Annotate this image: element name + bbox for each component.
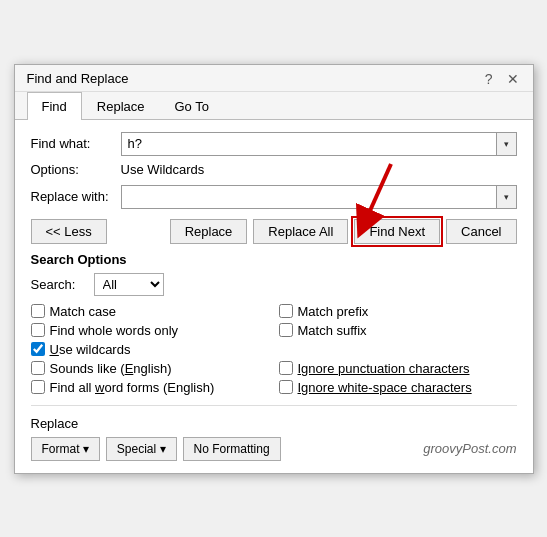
title-bar-controls: ? ✕ [481, 71, 523, 87]
format-button[interactable]: Format ▾ [31, 437, 100, 461]
find-whole-words-item: Find whole words only [31, 323, 269, 338]
less-button[interactable]: << Less [31, 219, 107, 244]
dialog-title: Find and Replace [27, 71, 129, 86]
match-suffix-checkbox[interactable] [279, 323, 293, 337]
tab-replace[interactable]: Replace [82, 92, 160, 120]
use-wildcards-item: Use wildcards [31, 342, 269, 357]
match-case-label: Match case [50, 304, 116, 319]
special-button[interactable]: Special ▾ [106, 437, 177, 461]
help-button[interactable]: ? [481, 71, 497, 87]
ignore-punctuation-item: Ignore punctuation characters [279, 361, 517, 376]
cancel-button[interactable]: Cancel [446, 219, 516, 244]
ignore-whitespace-item: Ignore white-space characters [279, 380, 517, 395]
find-replace-dialog: Find and Replace ? ✕ Find Replace Go To … [14, 64, 534, 474]
replace-bottom-row: Format ▾ Special ▾ No Formatting groovyP… [31, 437, 517, 461]
find-whole-words-label: Find whole words only [50, 323, 179, 338]
find-all-word-forms-label: Find all word forms (English) [50, 380, 215, 395]
spacer-item [279, 342, 517, 357]
match-case-item: Match case [31, 304, 269, 319]
replace-with-label: Replace with: [31, 189, 121, 204]
match-prefix-item: Match prefix [279, 304, 517, 319]
options-row: Options: Use Wildcards [31, 162, 517, 177]
match-prefix-checkbox[interactable] [279, 304, 293, 318]
search-row: Search: All Up Down [31, 273, 517, 296]
sounds-like-item: Sounds like (English) [31, 361, 269, 376]
search-select[interactable]: All Up Down [94, 273, 164, 296]
tab-find[interactable]: Find [27, 92, 82, 120]
replace-button[interactable]: Replace [170, 219, 248, 244]
no-formatting-button[interactable]: No Formatting [183, 437, 281, 461]
find-what-row: Find what: ▾ [31, 132, 517, 156]
match-suffix-label: Match suffix [298, 323, 367, 338]
divider [31, 405, 517, 406]
find-what-input-wrap: ▾ [121, 132, 517, 156]
use-wildcards-label: Use wildcards [50, 342, 131, 357]
find-what-input[interactable] [121, 132, 497, 156]
match-suffix-item: Match suffix [279, 323, 517, 338]
replace-with-row: Replace with: ▾ [31, 185, 517, 209]
dialog-content: Find what: ▾ Options: Use Wildcards Repl… [15, 120, 533, 473]
close-button[interactable]: ✕ [503, 71, 523, 87]
ignore-whitespace-checkbox[interactable] [279, 380, 293, 394]
replace-with-input-wrap: ▾ [121, 185, 517, 209]
ignore-whitespace-label: Ignore white-space characters [298, 380, 472, 395]
match-prefix-label: Match prefix [298, 304, 369, 319]
use-wildcards-checkbox[interactable] [31, 342, 45, 356]
replace-all-button[interactable]: Replace All [253, 219, 348, 244]
find-next-button[interactable]: Find Next [354, 219, 440, 244]
find-what-dropdown[interactable]: ▾ [497, 132, 517, 156]
replace-section-label: Replace [31, 416, 517, 431]
ignore-punctuation-label: Ignore punctuation characters [298, 361, 470, 376]
tabs-bar: Find Replace Go To [15, 92, 533, 120]
checkboxes-grid: Match case Match prefix Find whole words… [31, 304, 517, 395]
tab-goto[interactable]: Go To [160, 92, 224, 120]
find-whole-words-checkbox[interactable] [31, 323, 45, 337]
branding: groovyPost.com [423, 441, 516, 456]
options-label: Options: [31, 162, 121, 177]
ignore-punctuation-checkbox[interactable] [279, 361, 293, 375]
search-options-header: Search Options [31, 252, 517, 267]
replace-with-dropdown[interactable]: ▾ [497, 185, 517, 209]
find-what-label: Find what: [31, 136, 121, 151]
search-label: Search: [31, 277, 86, 292]
button-row-wrapper: << Less Replace Replace All Find Next Ca… [31, 219, 517, 244]
sounds-like-label: Sounds like (English) [50, 361, 172, 376]
sounds-like-checkbox[interactable] [31, 361, 45, 375]
find-all-word-forms-item: Find all word forms (English) [31, 380, 269, 395]
find-all-word-forms-checkbox[interactable] [31, 380, 45, 394]
dialog-buttons: << Less Replace Replace All Find Next Ca… [31, 219, 517, 244]
options-value: Use Wildcards [121, 162, 205, 177]
replace-with-input[interactable] [121, 185, 497, 209]
title-bar: Find and Replace ? ✕ [15, 65, 533, 92]
match-case-checkbox[interactable] [31, 304, 45, 318]
